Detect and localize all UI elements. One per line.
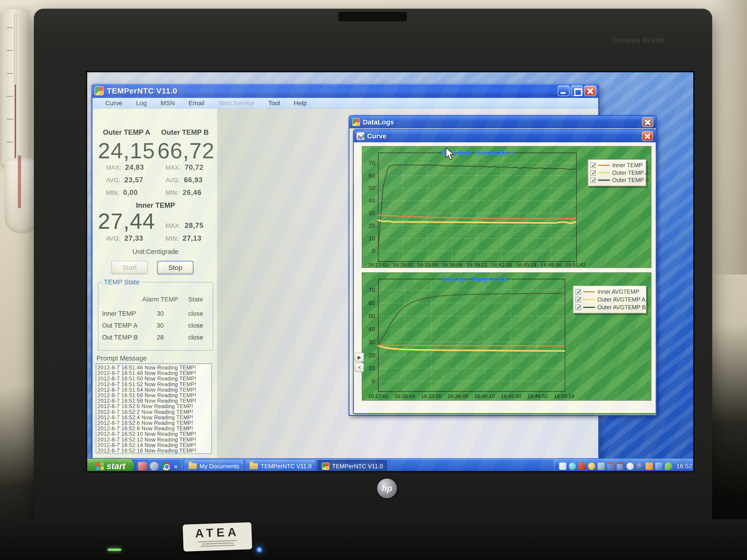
svg-text:16:43:30: 16:43:30 [501,393,521,399]
start-button-taskbar[interactable]: start [87,459,134,472]
datalogs-title: DataLogs [363,118,394,126]
outer-a-min: MIN:0,00 [106,188,138,197]
prompt-line: 2012-8-7 16:51:54 Now Reading TEMP! [98,387,211,393]
tray-icon-blue-x2[interactable] [617,462,624,470]
legend-checkbox[interactable] [590,163,596,168]
laptop-screen: TEMPerNTC V11.0 Curve Log MSN Email Web … [86,71,695,472]
inner-max: MAX:28,75 [165,221,204,230]
datalogs-titlebar[interactable]: DataLogs [350,116,656,128]
legend-swatch [598,165,610,166]
prompt-line: 2012-8-7 16:52:10 Now Reading TEMP! [98,431,211,437]
window-client: Outer TEMP A Outer TEMP B 24,15 66,72 MA… [93,108,598,458]
tray-icon-shield[interactable] [588,462,595,470]
prompt-line: 2012-8-7 16:52:4 Now Reading TEMP! [98,415,211,420]
prompt-line: 2012-8-7 16:52:2 Now Reading TEMP! [98,409,211,415]
svg-text:16:36:48: 16:36:48 [448,393,468,399]
curve-window: Curve 01020304050607016:27:0116:29:5216:… [353,129,656,414]
legend-checkbox[interactable] [575,297,581,302]
svg-text:16:33:26: 16:33:26 [421,393,441,399]
curve-titlebar[interactable]: Curve [354,130,656,142]
realtime-chart-panel: 01020304050607016:27:0116:29:5216:32:581… [362,146,651,268]
svg-text:16:32:58: 16:32:58 [417,262,438,268]
legend-row: Outer AVGTEMP B [575,303,644,311]
prompt-line: 2012-8-7 16:51:52 Now Reading TEMP! [98,381,211,387]
quick-launch-overflow-chevron[interactable]: » [174,462,178,470]
legend-label: Outer TEMP B [612,177,649,184]
task-button-temperntc-app[interactable]: TEMPerNTC V11.0 [318,460,387,472]
menu-email[interactable]: Email [182,100,211,107]
average-chart-panel: 01020304050607016:27:0116:30:0416:33:261… [362,272,651,401]
tray-icon-gray[interactable] [597,462,605,470]
legend-checkbox[interactable] [590,178,596,183]
svg-text:16:48:34: 16:48:34 [541,262,561,268]
quick-launch-icon-1[interactable] [138,462,147,471]
legend-checkbox[interactable] [575,289,581,294]
temperntc-app-icon [95,86,104,96]
svg-text:60: 60 [368,300,375,306]
laptop-latch [338,12,407,22]
task-button-temperntc-folder[interactable]: TEMPerNTC V11.0 [246,460,316,472]
taskbar-clock[interactable]: 16:52 [676,462,692,470]
taskbar: start » My Documents TEMPerNTC V11.0 TEM… [87,459,695,472]
maximize-button[interactable] [571,85,583,96]
prompt-line: 2012-8-7 16:52:16 Now Reading TEMP! [98,448,211,453]
legend-checkbox[interactable] [590,170,596,176]
temperntc-titlebar[interactable]: TEMPerNTC V11.0 [91,84,599,98]
menu-web-service[interactable]: Web Service [211,100,261,107]
hp-logo: hp [377,479,397,498]
tray-icon-orange[interactable] [646,462,653,470]
tray-icon-monitor[interactable] [655,462,663,470]
svg-text:20: 20 [368,222,375,229]
prompt-line: 2012-8-7 16:52:12 Now Reading TEMP! [98,437,211,443]
legend-row: Inner TEMP [590,161,644,169]
curve-close-button[interactable] [642,131,653,141]
svg-text:16:50:14: 16:50:14 [554,393,574,399]
tray-icon-teal[interactable] [569,462,576,470]
start-button[interactable]: Start [111,261,148,274]
readings-panel: Outer TEMP A Outer TEMP B 24,15 66,72 MA… [93,109,217,458]
legend-swatch [583,299,595,300]
minimize-button[interactable] [558,85,570,96]
menu-log[interactable]: Log [129,100,154,107]
tray-icon-navy[interactable] [636,462,643,470]
svg-text:70: 70 [368,287,375,293]
tray-icon-blue-x[interactable] [607,462,615,470]
stop-button[interactable]: Stop [157,261,194,274]
datalogs-nav-back-button[interactable]: < [355,363,364,372]
temperntc-app-icon [322,462,329,470]
average-legend: Inner AVGTEMP Outer AVGTEMP A [573,286,646,313]
browser-icon[interactable] [162,462,171,471]
svg-text:40: 40 [368,197,375,204]
tray-icon-red[interactable] [578,462,586,470]
prompt-line: 2012-8-7 16:51:56 Now Reading TEMP! [98,393,211,398]
menu-help[interactable]: Help [287,100,314,107]
close-button[interactable] [584,85,596,96]
svg-text:16:51:42: 16:51:42 [565,262,586,268]
svg-text:50: 50 [368,313,375,319]
power-led [108,549,121,551]
tray-icon-help[interactable] [559,462,566,470]
svg-text:16:27:01: 16:27:01 [368,393,388,399]
atea-sticker: ATEA [183,522,252,552]
datalogs-nav-forward-button[interactable]: ▶ [355,353,364,362]
legend-checkbox[interactable] [575,305,581,310]
legend-label: Outer TEMP A [612,169,649,176]
tray-icon-white[interactable] [626,462,634,470]
datalogs-close-button[interactable] [642,117,653,127]
quick-launch-icon-2[interactable] [150,462,159,471]
svg-text:10: 10 [368,365,375,371]
menu-msn[interactable]: MSN [154,100,181,107]
tray-icon-green[interactable] [665,462,672,470]
prompt-line: 2012-8-7 16:51:48 Now Reading TEMP! [98,370,211,376]
outer-b-max: MAX:70,72 [165,163,204,171]
inner-min: MIN:27,13 [165,234,202,242]
curve-icon [357,132,364,140]
menu-tool[interactable]: Tool [261,100,287,107]
menu-curve[interactable]: Curve [98,100,129,107]
inner-temp-value: 27,44 [98,209,155,234]
task-button-my-documents[interactable]: My Documents [184,460,243,472]
prompt-message-list[interactable]: 2012-8-7 16:51:46 Now Reading TEMP!2012-… [96,363,212,454]
realtime-chart-title: Real time Temperature [404,149,552,157]
legend-row: Outer TEMP B [590,177,644,184]
thermometer [2,9,29,165]
